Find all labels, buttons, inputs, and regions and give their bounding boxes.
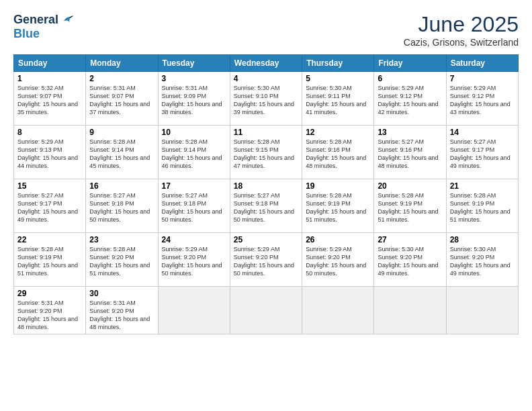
day-number: 29	[17, 289, 82, 298]
day-number: 6	[378, 74, 442, 83]
weekday-header-row: Sunday Monday Tuesday Wednesday Thursday…	[14, 55, 519, 72]
header-wednesday: Wednesday	[230, 55, 302, 72]
day-info: Sunrise: 5:29 AM Sunset: 9:20 PM Dayligh…	[306, 245, 370, 278]
day-number: 15	[17, 181, 82, 191]
day-info: Sunrise: 5:31 AM Sunset: 9:20 PM Dayligh…	[17, 299, 82, 332]
day-info: Sunrise: 5:30 AM Sunset: 9:20 PM Dayligh…	[378, 245, 442, 278]
day-number: 2	[89, 74, 154, 83]
empty-cell	[158, 287, 230, 334]
day-info: Sunrise: 5:28 AM Sunset: 9:16 PM Dayligh…	[306, 138, 370, 171]
day-number: 28	[450, 235, 515, 244]
day-cell: 27Sunrise: 5:30 AM Sunset: 9:20 PM Dayli…	[374, 233, 446, 287]
day-number: 18	[234, 181, 298, 191]
day-cell: 30Sunrise: 5:31 AM Sunset: 9:20 PM Dayli…	[86, 287, 158, 334]
day-number: 3	[162, 74, 226, 83]
day-cell: 15Sunrise: 5:27 AM Sunset: 9:17 PM Dayli…	[14, 179, 86, 233]
day-info: Sunrise: 5:29 AM Sunset: 9:12 PM Dayligh…	[450, 84, 515, 117]
week-row-3: 15Sunrise: 5:27 AM Sunset: 9:17 PM Dayli…	[14, 179, 519, 233]
week-row-1: 1Sunrise: 5:32 AM Sunset: 9:07 PM Daylig…	[14, 72, 519, 126]
day-cell: 3Sunrise: 5:31 AM Sunset: 9:09 PM Daylig…	[158, 72, 230, 126]
day-number: 14	[450, 128, 515, 137]
day-cell: 16Sunrise: 5:27 AM Sunset: 9:18 PM Dayli…	[86, 179, 158, 233]
day-number: 25	[234, 235, 298, 244]
header-monday: Monday	[86, 55, 158, 72]
day-info: Sunrise: 5:30 AM Sunset: 9:11 PM Dayligh…	[306, 84, 370, 117]
calendar-subtitle: Cazis, Grisons, Switzerland	[404, 37, 519, 48]
day-number: 12	[306, 128, 370, 137]
day-info: Sunrise: 5:28 AM Sunset: 9:20 PM Dayligh…	[89, 245, 154, 278]
day-number: 23	[89, 235, 154, 244]
day-cell: 24Sunrise: 5:29 AM Sunset: 9:20 PM Dayli…	[158, 233, 230, 287]
day-cell: 18Sunrise: 5:27 AM Sunset: 9:18 PM Dayli…	[230, 179, 302, 233]
empty-cell	[302, 287, 374, 334]
day-number: 30	[89, 289, 154, 298]
day-info: Sunrise: 5:32 AM Sunset: 9:07 PM Dayligh…	[17, 84, 82, 117]
day-info: Sunrise: 5:28 AM Sunset: 9:14 PM Dayligh…	[89, 138, 154, 171]
day-cell: 2Sunrise: 5:31 AM Sunset: 9:07 PM Daylig…	[86, 72, 158, 126]
day-number: 26	[306, 235, 370, 244]
day-number: 11	[234, 128, 298, 137]
day-info: Sunrise: 5:29 AM Sunset: 9:13 PM Dayligh…	[17, 138, 82, 171]
day-info: Sunrise: 5:31 AM Sunset: 9:07 PM Dayligh…	[89, 84, 154, 117]
day-cell: 28Sunrise: 5:30 AM Sunset: 9:20 PM Dayli…	[446, 233, 518, 287]
day-number: 24	[162, 235, 226, 244]
day-cell: 20Sunrise: 5:28 AM Sunset: 9:19 PM Dayli…	[374, 179, 446, 233]
day-info: Sunrise: 5:28 AM Sunset: 9:19 PM Dayligh…	[17, 245, 82, 278]
day-cell: 10Sunrise: 5:28 AM Sunset: 9:14 PM Dayli…	[158, 126, 230, 179]
week-row-2: 8Sunrise: 5:29 AM Sunset: 9:13 PM Daylig…	[14, 126, 519, 179]
day-info: Sunrise: 5:29 AM Sunset: 9:12 PM Dayligh…	[378, 84, 442, 117]
day-info: Sunrise: 5:29 AM Sunset: 9:20 PM Dayligh…	[234, 245, 298, 278]
day-info: Sunrise: 5:27 AM Sunset: 9:18 PM Dayligh…	[162, 191, 226, 224]
day-number: 13	[378, 128, 442, 137]
day-info: Sunrise: 5:28 AM Sunset: 9:19 PM Dayligh…	[306, 191, 370, 224]
empty-cell	[230, 287, 302, 334]
day-cell: 25Sunrise: 5:29 AM Sunset: 9:20 PM Dayli…	[230, 233, 302, 287]
day-cell: 26Sunrise: 5:29 AM Sunset: 9:20 PM Dayli…	[302, 233, 374, 287]
day-cell: 17Sunrise: 5:27 AM Sunset: 9:18 PM Dayli…	[158, 179, 230, 233]
day-cell: 7Sunrise: 5:29 AM Sunset: 9:12 PM Daylig…	[446, 72, 518, 126]
empty-cell	[446, 287, 518, 334]
day-number: 17	[162, 181, 226, 191]
header-thursday: Thursday	[302, 55, 374, 72]
day-cell: 11Sunrise: 5:28 AM Sunset: 9:15 PM Dayli…	[230, 126, 302, 179]
day-number: 16	[89, 181, 154, 191]
day-info: Sunrise: 5:27 AM Sunset: 9:17 PM Dayligh…	[450, 138, 515, 171]
day-cell: 12Sunrise: 5:28 AM Sunset: 9:16 PM Dayli…	[302, 126, 374, 179]
logo-blue-text: Blue	[13, 27, 40, 41]
empty-cell	[374, 287, 446, 334]
day-info: Sunrise: 5:28 AM Sunset: 9:19 PM Dayligh…	[378, 191, 442, 224]
day-number: 22	[17, 235, 82, 244]
day-number: 7	[450, 74, 515, 83]
header-tuesday: Tuesday	[158, 55, 230, 72]
calendar-body: 1Sunrise: 5:32 AM Sunset: 9:07 PM Daylig…	[14, 72, 519, 334]
logo: General Blue	[13, 12, 75, 41]
day-number: 5	[306, 74, 370, 83]
day-cell: 19Sunrise: 5:28 AM Sunset: 9:19 PM Dayli…	[302, 179, 374, 233]
week-row-4: 22Sunrise: 5:28 AM Sunset: 9:19 PM Dayli…	[14, 233, 519, 287]
header: General Blue June 2025 Cazis, Grisons, S…	[13, 12, 519, 48]
day-number: 19	[306, 181, 370, 191]
day-cell: 6Sunrise: 5:29 AM Sunset: 9:12 PM Daylig…	[374, 72, 446, 126]
day-info: Sunrise: 5:28 AM Sunset: 9:15 PM Dayligh…	[234, 138, 298, 171]
page: General Blue June 2025 Cazis, Grisons, S…	[0, 0, 532, 411]
day-number: 10	[162, 128, 226, 137]
day-number: 9	[89, 128, 154, 137]
day-info: Sunrise: 5:30 AM Sunset: 9:20 PM Dayligh…	[450, 245, 515, 278]
day-info: Sunrise: 5:28 AM Sunset: 9:19 PM Dayligh…	[450, 191, 515, 224]
week-row-5: 29Sunrise: 5:31 AM Sunset: 9:20 PM Dayli…	[14, 287, 519, 334]
logo-general-text: General	[13, 13, 58, 27]
day-number: 21	[450, 181, 515, 191]
header-saturday: Saturday	[446, 55, 518, 72]
day-cell: 13Sunrise: 5:27 AM Sunset: 9:16 PM Dayli…	[374, 126, 446, 179]
day-info: Sunrise: 5:27 AM Sunset: 9:17 PM Dayligh…	[17, 191, 82, 224]
day-cell: 23Sunrise: 5:28 AM Sunset: 9:20 PM Dayli…	[86, 233, 158, 287]
day-info: Sunrise: 5:31 AM Sunset: 9:20 PM Dayligh…	[89, 299, 154, 332]
day-cell: 5Sunrise: 5:30 AM Sunset: 9:11 PM Daylig…	[302, 72, 374, 126]
day-number: 20	[378, 181, 442, 191]
day-cell: 4Sunrise: 5:30 AM Sunset: 9:10 PM Daylig…	[230, 72, 302, 126]
day-info: Sunrise: 5:27 AM Sunset: 9:18 PM Dayligh…	[89, 191, 154, 224]
day-info: Sunrise: 5:27 AM Sunset: 9:16 PM Dayligh…	[378, 138, 442, 171]
day-info: Sunrise: 5:27 AM Sunset: 9:18 PM Dayligh…	[234, 191, 298, 224]
day-cell: 1Sunrise: 5:32 AM Sunset: 9:07 PM Daylig…	[14, 72, 86, 126]
day-number: 1	[17, 74, 82, 83]
